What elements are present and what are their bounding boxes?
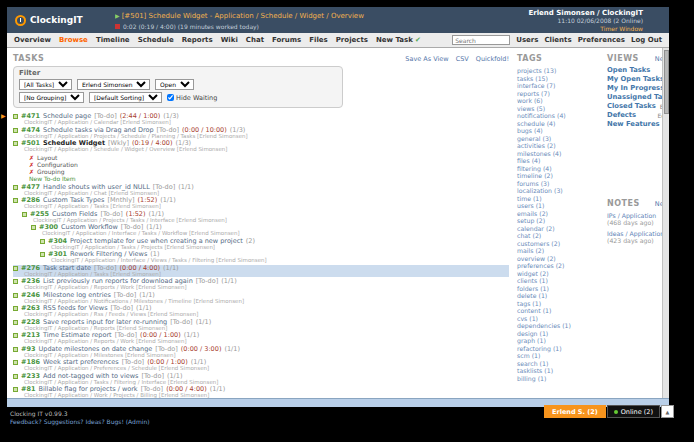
view-link[interactable]: Closed TasksEdit [607, 102, 662, 111]
tag-link[interactable]: forums (3) [517, 180, 601, 188]
task-row[interactable]: #300 Custom Workflow [To-do] (1/1) Clock… [31, 224, 509, 237]
new-view-link[interactable]: New [655, 55, 662, 63]
tag-link[interactable]: design (1) [517, 330, 601, 338]
nav-item[interactable]: Schedule [138, 36, 174, 44]
app-logo[interactable]: ClockingIT [7, 7, 115, 33]
task-edit-icon[interactable] [13, 387, 18, 392]
tag-link[interactable]: calendar (2) [517, 225, 601, 233]
nav-right-item[interactable]: Clients [544, 36, 571, 44]
task-row[interactable]: #233 Add not-tagged with to views [To-do… [13, 373, 509, 386]
task-row[interactable]: #477 Handle shouts with user_id NULL [To… [13, 184, 509, 197]
todo-item[interactable]: ✗Layout [29, 154, 509, 161]
collapse-widget-button[interactable]: ▲ [661, 405, 674, 418]
feedback-link[interactable]: Feedback? Suggestions? Ideas? Bugs! (Adm… [10, 418, 150, 425]
task-edit-icon[interactable] [13, 198, 18, 203]
task-edit-icon[interactable] [13, 279, 18, 284]
new-todo-link[interactable]: New To-do Item [29, 175, 509, 183]
nav-item[interactable]: Timeline [96, 36, 130, 44]
tag-link[interactable]: dependencies (1) [517, 322, 601, 330]
filter-select[interactable]: [Default Sorting] [89, 92, 162, 103]
view-link[interactable]: DefectsEdit [607, 111, 662, 120]
tasks-action-link[interactable]: Save As View [405, 55, 448, 63]
task-row[interactable]: #471 Schedule page [To-do] (2:44 / 1:00)… [13, 113, 509, 126]
user-chat-badge[interactable]: Erlend S. (2) [544, 405, 606, 418]
filter-select[interactable]: Open [155, 79, 194, 90]
tag-link[interactable]: folders (1) [517, 285, 601, 293]
nav-item[interactable]: New Task✔ [376, 36, 421, 44]
nav-item[interactable]: Projects [336, 36, 368, 44]
delete-x-icon[interactable]: ✗ [29, 161, 34, 168]
tag-link[interactable]: refactoring (1) [517, 345, 601, 353]
task-edit-icon[interactable] [22, 212, 27, 217]
task-edit-icon[interactable] [13, 347, 18, 352]
task-edit-icon[interactable] [13, 320, 18, 325]
nav-item[interactable]: Forums [272, 36, 301, 44]
tag-link[interactable]: customers (2) [517, 240, 601, 248]
new-note-link[interactable]: New [655, 200, 662, 208]
nav-item[interactable]: Reports [182, 36, 213, 44]
nav-item[interactable]: Files [309, 36, 328, 44]
tag-link[interactable]: widget (2) [517, 270, 601, 278]
task-edit-icon[interactable] [13, 293, 18, 298]
nav-item[interactable]: Browse [59, 36, 88, 44]
tag-link[interactable]: activities (2) [517, 142, 601, 150]
task-row[interactable]: #501 Schedule Widget [Wkly] (0:19 / 4:00… [13, 140, 509, 183]
task-edit-icon[interactable] [13, 114, 18, 119]
tag-link[interactable]: tasks (15) [517, 75, 601, 83]
view-link[interactable]: My In Progress Tasks [607, 84, 662, 93]
task-row[interactable]: #255 Custom Fields [To-do] (1:52) (1/1) … [22, 211, 509, 224]
tag-link[interactable]: timeline (2) [517, 172, 601, 180]
task-edit-icon[interactable] [13, 333, 18, 338]
tasks-action-link[interactable]: Quickfold! [476, 55, 509, 63]
tag-link[interactable]: search (1) [517, 360, 601, 368]
task-row[interactable]: #93 Update milestones on date change [To… [13, 346, 509, 359]
task-row[interactable]: #186 Week start preferences [To-do] (0:0… [13, 359, 509, 372]
tag-link[interactable]: filtering (4) [517, 165, 601, 173]
tag-link[interactable]: mails (2) [517, 247, 601, 255]
tag-link[interactable]: preferences (2) [517, 262, 601, 270]
tag-link[interactable]: cvs (1) [517, 315, 601, 323]
task-row[interactable]: #81 Billable flag for projects / work [T… [13, 386, 509, 398]
task-row[interactable]: #276 Task start date [To-do] (0:00 / 4:0… [13, 265, 509, 278]
tag-link[interactable]: views (5) [517, 105, 601, 113]
search-input[interactable] [452, 35, 510, 45]
task-edit-icon[interactable] [13, 128, 18, 133]
tag-link[interactable]: clients (1) [517, 277, 601, 285]
task-edit-icon[interactable] [13, 306, 18, 311]
vertical-scrollbar[interactable] [662, 48, 669, 398]
online-badge[interactable]: Online (2) [607, 405, 660, 418]
active-task-link[interactable]: [#501] Schedule Widget - Application / S… [122, 12, 364, 20]
task-row[interactable]: #246 Milestone log entries [To-do] (1/1)… [13, 292, 509, 305]
nav-right-item[interactable]: Preferences [578, 36, 625, 44]
task-edit-icon[interactable] [13, 360, 18, 365]
nav-right-item[interactable]: Users [516, 36, 538, 44]
tag-link[interactable]: graph (1) [517, 337, 601, 345]
tag-link[interactable]: content (1) [517, 307, 601, 315]
task-edit-icon[interactable] [13, 266, 18, 271]
tag-link[interactable]: delete (1) [517, 292, 601, 300]
nav-item[interactable]: Wiki [221, 36, 238, 44]
task-row[interactable]: #286 Custom Task Types [Mnthly] (1:52) (… [13, 197, 509, 210]
tag-link[interactable]: chat (2) [517, 232, 601, 240]
tag-link[interactable]: files (4) [517, 157, 601, 165]
tag-link[interactable]: work (6) [517, 97, 601, 105]
tag-link[interactable]: users (1) [517, 202, 601, 210]
filter-select[interactable]: [All Tasks] [19, 79, 72, 90]
task-edit-icon[interactable] [31, 225, 36, 230]
view-link[interactable]: Open Tasks [607, 66, 662, 75]
task-row[interactable]: #228 Save reports input for later re-run… [13, 319, 509, 332]
tag-link[interactable]: tasklists (1) [517, 367, 601, 375]
task-row[interactable]: #213 Time Estimate report [To-do] (0:00 … [13, 332, 509, 345]
tag-link[interactable]: overview (2) [517, 255, 601, 263]
todo-item[interactable]: ✗Configuration [29, 161, 509, 168]
task-edit-icon[interactable] [13, 185, 18, 190]
tag-link[interactable]: scm (1) [517, 352, 601, 360]
view-link[interactable]: Unassigned Tasks [607, 93, 662, 102]
task-row[interactable]: #301 Rework Filtering / Views (1) Clocki… [40, 251, 509, 264]
tag-link[interactable]: tags (1) [517, 300, 601, 308]
task-edit-icon[interactable] [13, 141, 18, 146]
tag-link[interactable]: milestones (4) [517, 150, 601, 158]
timer-window-link[interactable]: Timer Window [600, 25, 643, 32]
delete-x-icon[interactable]: ✗ [29, 154, 34, 161]
note-link[interactable]: Ideas / Application (423 days ago) [607, 230, 662, 244]
